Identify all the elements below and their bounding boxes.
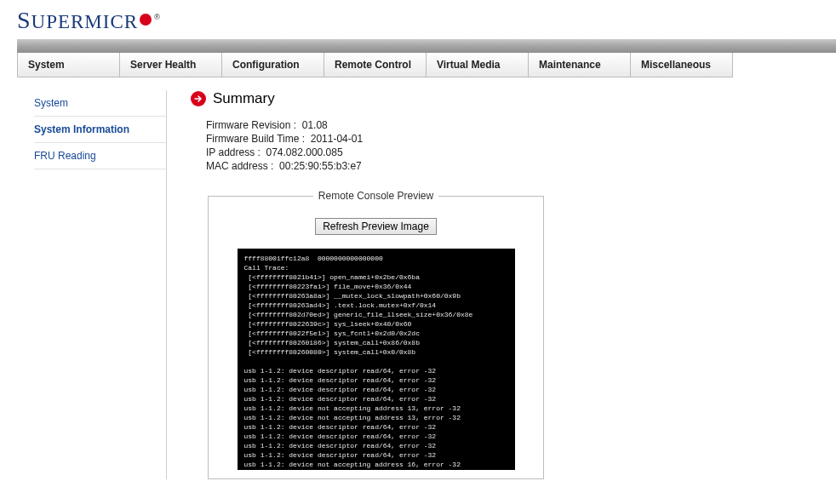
firmware-revision-label: Firmware Revision : <box>206 119 296 131</box>
ip-address-row: IP address : 074.082.000.085 <box>206 146 819 158</box>
main-menu: SystemServer HealthConfigurationRemote C… <box>17 53 836 77</box>
refresh-preview-button[interactable]: Refresh Preview Image <box>315 218 437 235</box>
mac-address-label: MAC address : <box>206 160 273 172</box>
remote-console-preview-panel: Remote Console Preview Refresh Preview I… <box>208 196 544 479</box>
menu-item-remote-control[interactable]: Remote Control <box>324 53 427 77</box>
brand-logo: SUPERMICR® <box>0 0 836 34</box>
menu-item-virtual-media[interactable]: Virtual Media <box>427 53 529 77</box>
sidebar: System System Information FRU Reading <box>0 90 166 479</box>
header-bar <box>17 39 836 53</box>
sidebar-item-system[interactable]: System <box>34 90 166 117</box>
arrow-right-icon <box>191 91 206 106</box>
firmware-build-value: 2011-04-01 <box>311 133 363 145</box>
console-preview: ffff88001ffc12a8 0000000000000000 Call T… <box>238 249 515 470</box>
page-title: Summary <box>213 90 275 107</box>
ip-address-label: IP address : <box>206 146 261 158</box>
ip-address-value: 074.082.000.085 <box>266 146 343 158</box>
menu-item-configuration[interactable]: Configuration <box>222 53 324 77</box>
firmware-revision-row: Firmware Revision : 01.08 <box>206 119 819 131</box>
sidebar-item-fru-reading[interactable]: FRU Reading <box>34 143 166 169</box>
preview-legend: Remote Console Preview <box>313 190 438 202</box>
logo-dot-icon <box>140 14 152 26</box>
menu-item-server-health[interactable]: Server Health <box>120 53 222 77</box>
firmware-revision-value: 01.08 <box>302 119 328 131</box>
console-text: ffff88001ffc12a8 0000000000000000 Call T… <box>244 255 473 470</box>
firmware-build-row: Firmware Build Time : 2011-04-01 <box>206 133 819 145</box>
mac-address-value: 00:25:90:55:b3:e7 <box>279 160 362 172</box>
mac-address-row: MAC address : 00:25:90:55:b3:e7 <box>206 160 819 172</box>
sidebar-item-system-information[interactable]: System Information <box>34 117 166 143</box>
menu-item-maintenance[interactable]: Maintenance <box>529 53 631 77</box>
menu-item-miscellaneous[interactable]: Miscellaneous <box>631 53 733 77</box>
firmware-build-label: Firmware Build Time : <box>206 133 305 145</box>
menu-item-system[interactable]: System <box>18 53 120 77</box>
